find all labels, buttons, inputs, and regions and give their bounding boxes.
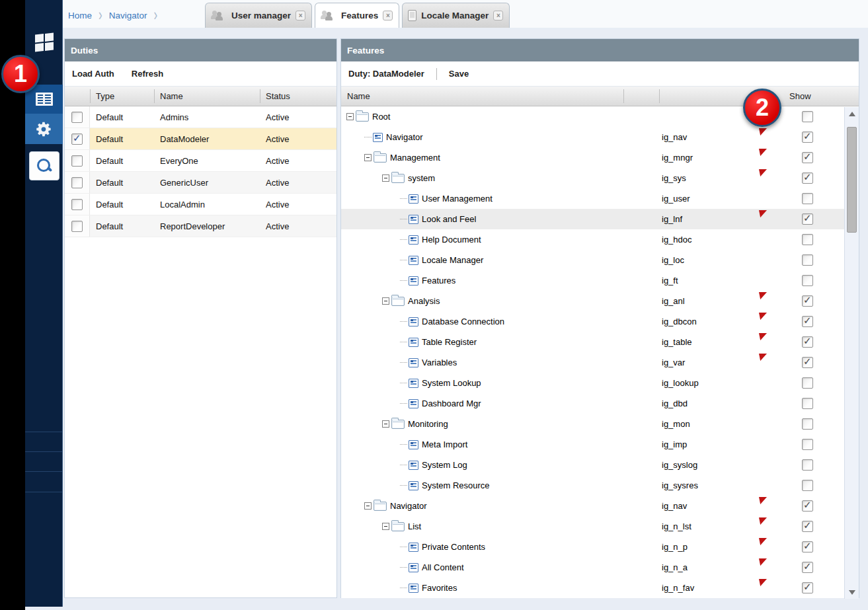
sidebar-item-search[interactable] — [25, 149, 63, 182]
tree-row-management[interactable]: Managementig_mngr — [341, 147, 859, 168]
show-checkbox[interactable] — [802, 562, 813, 573]
tree-row-favorites[interactable]: Favoritesig_n_fav — [341, 578, 859, 598]
collapse-icon[interactable] — [364, 502, 372, 510]
collapse-icon[interactable] — [364, 154, 372, 161]
tree-row-navigator[interactable]: Navigatorig_nav — [341, 496, 859, 516]
device-icon — [408, 10, 416, 21]
tree-row-help-document[interactable]: Help Documentig_hdoc — [341, 229, 859, 250]
show-checkbox[interactable] — [802, 213, 813, 225]
duty-row-checkbox[interactable] — [71, 112, 83, 123]
tree-row-locale-manager[interactable]: Locale Managerig_loc — [341, 250, 859, 270]
col-header-name[interactable]: Name — [160, 91, 183, 101]
scroll-up-button[interactable] — [845, 107, 859, 120]
show-checkbox[interactable] — [802, 459, 813, 471]
show-checkbox[interactable] — [802, 336, 813, 348]
show-checkbox[interactable] — [802, 357, 813, 368]
save-button[interactable]: Save — [449, 69, 469, 79]
duty-row-admins[interactable]: DefaultAdminsActive — [65, 106, 336, 128]
load-auth-button[interactable]: Load Auth — [72, 69, 114, 79]
show-checkbox[interactable] — [802, 275, 813, 286]
tree-row-system[interactable]: systemig_sys — [341, 168, 859, 188]
duty-row-checkbox[interactable] — [71, 199, 83, 210]
duty-row-checkbox[interactable] — [71, 221, 83, 232]
show-checkbox[interactable] — [802, 418, 813, 430]
tree-row-table-register[interactable]: Table Registerig_table — [341, 332, 859, 352]
collapse-icon[interactable] — [346, 113, 354, 120]
duty-row-genericuser[interactable]: DefaultGenericUserActive — [65, 172, 336, 194]
tree-row-dashboard-mgr[interactable]: Dashboard Mgrig_dbd — [341, 393, 859, 414]
show-checkbox[interactable] — [802, 234, 813, 245]
tree-row-system-log[interactable]: System Logig_syslog — [341, 455, 859, 475]
show-checkbox[interactable] — [802, 254, 813, 266]
tree-row-analysis[interactable]: Analysisig_anl — [341, 291, 859, 311]
scrollbar-thumb[interactable] — [847, 127, 857, 233]
duty-row-localadmin[interactable]: DefaultLocalAdminActive — [65, 194, 336, 215]
duty-row-everyone[interactable]: DefaultEveryOneActive — [65, 150, 336, 172]
feature-code-cell: ig_table — [662, 337, 692, 347]
tab-locale-manager[interactable]: Locale Manager× — [402, 3, 510, 28]
duty-row-reportdeveloper[interactable]: DefaultReportDeveloperActive — [65, 215, 336, 237]
duty-row-checkbox[interactable] — [71, 133, 83, 145]
tree-row-navigator[interactable]: Navigatorig_nav — [341, 127, 859, 147]
breadcrumb-item-navigator[interactable]: Navigator — [109, 11, 147, 20]
duties-panel-title: Duties — [65, 39, 336, 61]
show-checkbox[interactable] — [802, 500, 813, 512]
breadcrumb-item-home[interactable]: Home — [68, 11, 92, 20]
duty-row-checkbox[interactable] — [71, 155, 83, 167]
tab-user-manager[interactable]: User manager× — [205, 3, 312, 28]
tree-row-system-lookup[interactable]: System Lookupig_lookup — [341, 373, 859, 393]
tree-row-look-and-feel[interactable]: Look and Feelig_lnf — [341, 209, 859, 229]
search-button[interactable] — [29, 151, 59, 180]
show-checkbox[interactable] — [802, 193, 813, 204]
folder-icon — [391, 297, 405, 306]
show-checkbox[interactable] — [802, 316, 813, 327]
show-checkbox[interactable] — [802, 582, 813, 593]
show-checkbox[interactable] — [802, 377, 813, 389]
show-checkbox[interactable] — [802, 295, 813, 307]
show-checkbox[interactable] — [802, 152, 813, 163]
col-header-type[interactable]: Type — [96, 91, 114, 101]
col-header-tree-name[interactable]: Name — [347, 91, 370, 101]
feature-code-cell: ig_sys — [662, 173, 686, 183]
show-checkbox[interactable] — [802, 132, 813, 143]
show-checkbox[interactable] — [802, 521, 813, 532]
tree-row-meta-import[interactable]: Meta Importig_imp — [341, 434, 859, 455]
close-icon[interactable]: × — [296, 11, 305, 20]
show-checkbox[interactable] — [802, 480, 813, 491]
show-checkbox[interactable] — [802, 439, 813, 450]
feature-code-cell: ig_nav — [662, 132, 687, 142]
collapse-icon[interactable] — [382, 420, 389, 428]
tree-row-user-management[interactable]: User Managementig_user — [341, 188, 859, 209]
tree-node-label: Variables — [422, 358, 457, 367]
collapse-icon[interactable] — [382, 297, 389, 305]
duty-row-datamodeler[interactable]: DefaultDataModelerActive — [65, 128, 336, 150]
tab-features[interactable]: Features× — [315, 3, 399, 28]
tree-row-all-content[interactable]: All Contentig_n_a — [341, 557, 859, 578]
tree-row-monitoring[interactable]: Monitoringig_mon — [341, 414, 859, 434]
collapse-icon[interactable] — [382, 523, 389, 530]
close-icon[interactable]: × — [493, 11, 503, 20]
show-checkbox[interactable] — [802, 172, 813, 184]
col-header-status[interactable]: Status — [266, 91, 290, 101]
show-checkbox[interactable] — [802, 541, 813, 553]
col-header-show[interactable]: Show — [789, 91, 811, 101]
refresh-button[interactable]: Refresh — [132, 69, 163, 79]
tree-row-system-resource[interactable]: System Resourceig_sysres — [341, 475, 859, 496]
tree-row-list[interactable]: Listig_n_lst — [341, 516, 859, 537]
users-icon — [321, 11, 336, 21]
sidebar-item-settings[interactable] — [25, 114, 63, 144]
tree-node-label: Monitoring — [408, 419, 448, 429]
sidebar — [25, 0, 63, 607]
scroll-down-button[interactable] — [845, 586, 859, 599]
close-icon[interactable]: × — [383, 11, 393, 20]
show-checkbox[interactable] — [802, 398, 813, 409]
duty-row-checkbox[interactable] — [71, 177, 83, 188]
tree-row-variables[interactable]: Variablesig_var — [341, 352, 859, 373]
sidebar-item-apps[interactable] — [25, 28, 63, 57]
tree-row-private-contents[interactable]: Private Contentsig_n_p — [341, 537, 859, 557]
vertical-scrollbar[interactable] — [844, 107, 859, 599]
tree-row-database-connection[interactable]: Database Connectionig_dbcon — [341, 311, 859, 332]
collapse-icon[interactable] — [382, 174, 389, 182]
show-checkbox[interactable] — [802, 111, 813, 122]
tree-row-features[interactable]: Featuresig_ft — [341, 270, 859, 291]
